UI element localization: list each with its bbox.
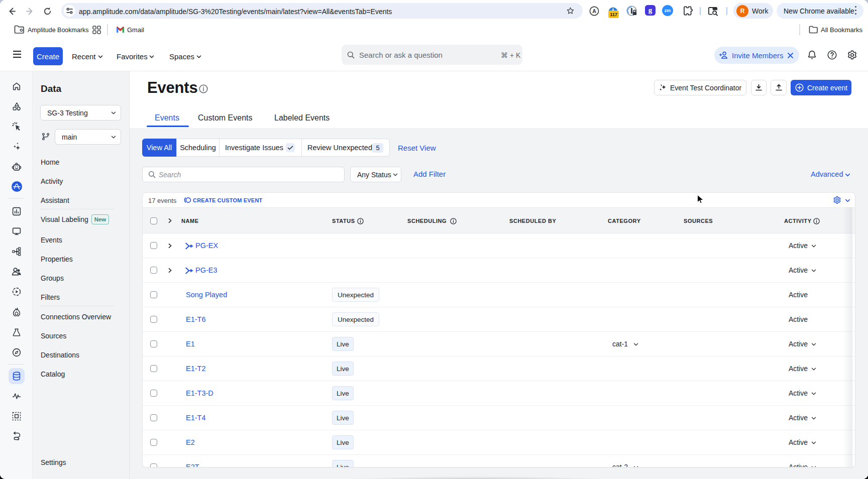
svg-text:A: A bbox=[592, 8, 596, 14]
